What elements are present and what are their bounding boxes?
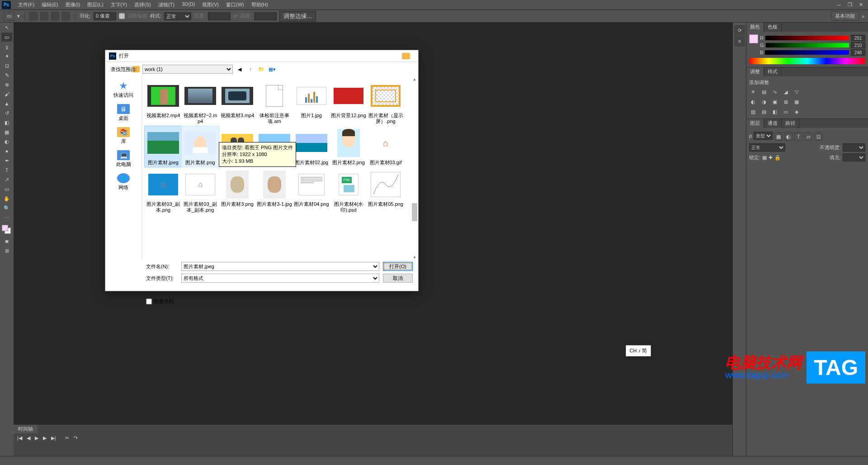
fill-select[interactable]: [843, 153, 865, 161]
fg-color-swatch[interactable]: [749, 34, 758, 43]
crop-tool-icon[interactable]: ⊡: [1, 61, 12, 70]
tab-adjustments[interactable]: 调整: [746, 67, 764, 76]
scroll-down-icon[interactable]: ▼: [412, 255, 417, 260]
search-icon[interactable]: »: [862, 14, 864, 19]
marquee-tool-icon[interactable]: ▭: [1, 33, 12, 42]
lasso-tool-icon[interactable]: ɣ: [1, 42, 12, 51]
hue-icon[interactable]: ◐: [749, 98, 757, 106]
file-item[interactable]: ⌂图片素材03.gif: [367, 126, 404, 166]
levels-icon[interactable]: ▤: [760, 88, 768, 96]
maximize-button[interactable]: ❐: [844, 1, 855, 9]
gradient-tool-icon[interactable]: ▦: [1, 128, 12, 137]
menu-item[interactable]: 窗口(W): [222, 0, 248, 9]
selection-intersect-icon[interactable]: [62, 12, 70, 20]
type-tool-icon[interactable]: T: [1, 166, 12, 175]
timeline-audio-icon[interactable]: ✂: [65, 435, 69, 441]
exposure-icon[interactable]: ◢: [782, 88, 790, 96]
timeline-play-icon[interactable]: ▶: [35, 435, 38, 441]
properties-panel-icon[interactable]: ≡: [735, 36, 745, 46]
file-item[interactable]: PSD图片素材4(水印).psd: [330, 168, 367, 214]
new-folder-icon[interactable]: 📁: [257, 65, 265, 73]
workspace-switcher[interactable]: 基本功能: [831, 11, 859, 21]
menu-item[interactable]: 帮助(H): [248, 0, 272, 9]
hand-tool-icon[interactable]: ✋: [1, 194, 12, 203]
filename-input[interactable]: 图片素材.jpeg: [181, 262, 379, 271]
file-item[interactable]: 图片素材2.png: [330, 126, 367, 166]
lookup-select[interactable]: work (1): [142, 65, 233, 74]
scroll-up-icon[interactable]: ▲: [412, 76, 417, 82]
filter-smart-icon[interactable]: ⊡: [814, 133, 822, 141]
opacity-select[interactable]: [843, 143, 865, 152]
file-item[interactable]: 图片1.jpg: [293, 79, 330, 125]
healing-tool-icon[interactable]: ⊕: [1, 80, 12, 89]
brightness-icon[interactable]: ☀: [749, 88, 757, 96]
dodge-tool-icon[interactable]: ●: [1, 147, 12, 156]
scrollbar-thumb[interactable]: [412, 203, 417, 221]
file-list-area[interactable]: 视频素材2.mp4视频素材2~2.mp4视频素材3.mp4体检前注意事项.am图…: [142, 76, 418, 260]
tab-color[interactable]: 颜色: [746, 23, 764, 32]
eraser-tool-icon[interactable]: ◧: [1, 118, 12, 127]
selective-color-icon[interactable]: ◈: [793, 108, 801, 116]
up-nav-icon[interactable]: ↑: [246, 65, 255, 73]
place-this-pc[interactable]: 💻此电脑: [105, 147, 142, 171]
layer-filter-select[interactable]: 类型: [754, 132, 773, 140]
file-item[interactable]: 图片素材3-1.jpg: [256, 168, 293, 214]
history-panel-icon[interactable]: ⟳: [735, 25, 745, 35]
eyedropper-tool-icon[interactable]: ✎: [1, 71, 12, 80]
filter-adjust-icon[interactable]: ◐: [784, 133, 793, 141]
cancel-button[interactable]: 取消: [383, 274, 413, 283]
place-libraries[interactable]: 📚库: [105, 124, 142, 147]
filter-type-icon[interactable]: T: [794, 133, 802, 141]
lock-all-icon[interactable]: 🔒: [774, 155, 781, 161]
menu-item[interactable]: 图像(I): [62, 0, 84, 9]
photo-filter-icon[interactable]: ▣: [771, 98, 779, 106]
b-slider[interactable]: [765, 50, 849, 55]
bridge-icon[interactable]: [402, 53, 410, 59]
ime-indicator[interactable]: CH ♪ 简: [626, 345, 651, 356]
gradient-map-icon[interactable]: ▭: [782, 108, 790, 116]
tab-styles[interactable]: 样式: [764, 67, 782, 76]
timeline-prev-icon[interactable]: ◀: [27, 435, 30, 441]
file-item[interactable]: 图片素材.jpeg: [145, 126, 182, 166]
color-swatches[interactable]: [2, 225, 11, 234]
file-item[interactable]: 图片素材02.jpg: [293, 126, 330, 166]
pen-tool-icon[interactable]: ✒: [1, 156, 12, 165]
blend-mode-select[interactable]: 正常: [749, 143, 785, 152]
menu-item[interactable]: 3D(D): [178, 0, 198, 9]
channel-mixer-icon[interactable]: ⊞: [782, 98, 790, 106]
invert-icon[interactable]: ▨: [749, 108, 757, 116]
style-select[interactable]: 正常: [164, 12, 191, 20]
selection-subtract-icon[interactable]: [51, 12, 59, 20]
vibrance-icon[interactable]: ▽: [793, 88, 801, 96]
r-value-input[interactable]: [851, 35, 865, 41]
history-brush-tool-icon[interactable]: ↺: [1, 109, 12, 118]
tab-channels[interactable]: 通道: [764, 119, 782, 128]
menu-item[interactable]: 文件(F): [14, 0, 38, 9]
path-tool-icon[interactable]: ↗: [1, 175, 12, 184]
refine-edge-button[interactable]: 调整边缘...: [279, 11, 316, 22]
minimize-button[interactable]: ─: [834, 1, 844, 9]
file-item[interactable]: 视频素材2~2.mp4: [182, 79, 219, 125]
open-button[interactable]: 打开(O): [383, 262, 413, 271]
file-item[interactable]: 图片素材05.png: [367, 168, 404, 214]
file-item[interactable]: 图片素材04.png: [293, 168, 330, 214]
file-item[interactable]: 图片素材（显示屏）.png: [367, 79, 404, 125]
place-desktop[interactable]: 🖥桌面: [105, 101, 142, 124]
file-item[interactable]: 图片素材3.png: [219, 168, 256, 214]
r-slider[interactable]: [765, 36, 849, 40]
close-window-button[interactable]: ✕: [855, 1, 866, 9]
magic-wand-tool-icon[interactable]: ✦: [1, 52, 12, 61]
menu-item[interactable]: 图层(L): [84, 0, 107, 9]
filter-shape-icon[interactable]: ▱: [804, 133, 812, 141]
lock-pixels-icon[interactable]: ▦: [762, 155, 767, 161]
color-lookup-icon[interactable]: ▦: [793, 98, 801, 106]
filter-pixel-icon[interactable]: ▦: [774, 133, 783, 141]
menu-item[interactable]: 文字(Y): [107, 0, 131, 9]
b-value-input[interactable]: [851, 49, 865, 56]
file-item[interactable]: 视频素材2.mp4: [145, 79, 182, 125]
place-network[interactable]: 🌐网络: [105, 171, 142, 194]
zoom-tool-icon[interactable]: 🔍: [1, 204, 12, 213]
marquee-tool-preset-icon[interactable]: ▭: [4, 12, 14, 21]
timeline-next-icon[interactable]: ▶: [43, 435, 47, 441]
color-spectrum[interactable]: [749, 58, 865, 64]
